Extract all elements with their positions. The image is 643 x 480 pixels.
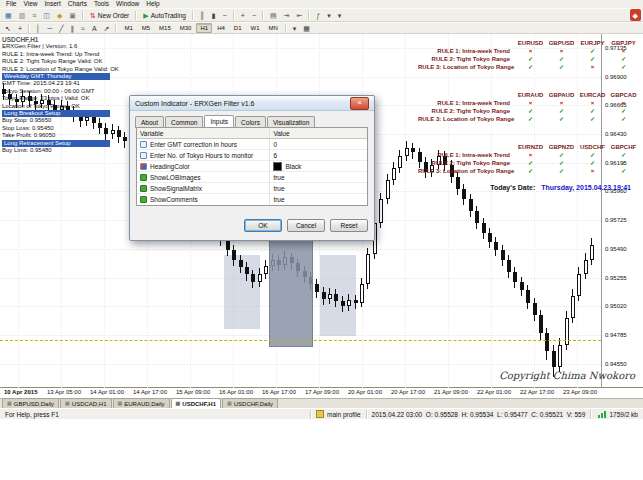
- matrix-mark: ✓: [515, 159, 546, 167]
- menu-file[interactable]: File: [3, 0, 19, 8]
- autotrading-button[interactable]: ▶AutoTrading: [140, 9, 189, 21]
- param-row[interactable]: ShowLOBImagestrue: [137, 172, 367, 183]
- param-value[interactable]: 6: [270, 150, 367, 160]
- number-param-icon: [140, 141, 147, 148]
- candlestick-chart-icon[interactable]: ▮: [209, 9, 219, 21]
- status-profile[interactable]: main profile: [311, 410, 367, 419]
- indicator-comments: USDCHF,H1ERXGen Filter | Version: 1.6RUL…: [2, 36, 119, 155]
- templates-dropdown[interactable]: ▾: [335, 9, 345, 21]
- cursor-icon[interactable]: ↖: [2, 22, 14, 34]
- chart-tab-usdchf-daily[interactable]: ▦USDCHF,Daily: [222, 398, 278, 408]
- timeframe-w1[interactable]: W1: [246, 23, 263, 33]
- support-line[interactable]: [0, 340, 601, 341]
- close-icon[interactable]: ×: [350, 97, 369, 110]
- tokyo-range-box[interactable]: [269, 232, 313, 348]
- menu-window[interactable]: Window: [113, 0, 142, 8]
- time-axis-label: 14 Apr 17:00: [133, 389, 167, 395]
- timeframe-m15[interactable]: M15: [155, 23, 175, 33]
- candle: [507, 260, 511, 272]
- param-name-text: Enter GMT correction in hours: [150, 141, 237, 148]
- arrow-icon[interactable]: ↗: [101, 22, 113, 34]
- param-row[interactable]: HeadingColorBlack: [137, 161, 367, 172]
- dialog-tab-inputs[interactable]: Inputs: [204, 115, 234, 127]
- timeframe-mn[interactable]: MN: [264, 23, 281, 33]
- auto-scroll-icon[interactable]: ⇥: [281, 9, 293, 21]
- chart-comment-line: RULE 1: Intra-week Trend: Up Trend: [2, 51, 99, 58]
- param-value[interactable]: true: [270, 172, 367, 182]
- community-icon: ◆: [633, 12, 638, 19]
- text-icon[interactable]: A: [89, 22, 100, 34]
- indicators-icon[interactable]: ƒ: [313, 9, 323, 21]
- traffic-text: 1759/2 kb: [609, 411, 638, 418]
- menu-charts[interactable]: Charts: [65, 0, 90, 8]
- matrix-mark: ×: [608, 99, 639, 107]
- zoom-out-icon[interactable]: −: [249, 9, 259, 21]
- ok-button[interactable]: OK: [244, 219, 282, 232]
- time-axis[interactable]: 10 Apr 201513 Apr 05:0014 Apr 01:0014 Ap…: [0, 388, 643, 398]
- matrix-mark: ✓: [546, 107, 577, 115]
- param-row[interactable]: Enter GMT correction in hours0: [137, 139, 367, 150]
- chart-tab-euraud-daily[interactable]: ▦EURAUD,Daily: [113, 398, 170, 408]
- param-value[interactable]: true: [270, 183, 367, 193]
- terminal-icon[interactable]: ▣: [66, 9, 79, 21]
- new-order-button[interactable]: ⇅New Order: [87, 9, 132, 21]
- cursor-icon: ↖: [5, 25, 11, 32]
- param-value-text: true: [273, 196, 284, 203]
- data-window-icon[interactable]: ◫: [40, 9, 53, 21]
- param-row[interactable]: Enter No. of Tokyo Hours to monitor6: [137, 150, 367, 161]
- period-dropdown[interactable]: ▾: [290, 22, 300, 34]
- horizontal-line-icon[interactable]: ─: [44, 22, 55, 34]
- param-row[interactable]: ShowSignalMatrixtrue: [137, 183, 367, 194]
- crosshair-icon[interactable]: +: [15, 22, 25, 34]
- bar-chart-icon[interactable]: ║: [197, 9, 208, 21]
- menu-help[interactable]: Help: [143, 0, 162, 8]
- menu-view[interactable]: View: [20, 0, 40, 8]
- timeframe-m5[interactable]: M5: [138, 23, 154, 33]
- profiles-icon[interactable]: ▥: [16, 9, 29, 21]
- candle: [226, 240, 230, 250]
- timeframe-h1[interactable]: H1: [196, 23, 212, 33]
- menu-insert[interactable]: Insert: [41, 0, 63, 8]
- community-icon[interactable]: ◆: [630, 9, 641, 21]
- navigator-icon[interactable]: ◆: [54, 9, 65, 21]
- param-value[interactable]: Black: [270, 161, 367, 171]
- timeframe-m1[interactable]: M1: [120, 23, 136, 33]
- new-chart-icon[interactable]: ▦: [2, 9, 15, 21]
- indicator-list-dropdown[interactable]: ▾: [324, 9, 334, 21]
- menu-tools[interactable]: Tools: [91, 0, 112, 8]
- horizontal-line-icon: ─: [47, 25, 52, 32]
- cancel-button[interactable]: Cancel: [287, 219, 325, 232]
- time-axis-label: 22 Apr 17:00: [520, 389, 554, 395]
- param-row[interactable]: ShowCommentstrue: [137, 194, 367, 205]
- status-connection: 1759/2 kb: [593, 410, 643, 419]
- navigator-icon: ◆: [57, 12, 62, 19]
- reset-button[interactable]: Reset: [330, 219, 368, 232]
- candle: [552, 351, 556, 367]
- matrix-mark: ×: [515, 99, 546, 107]
- chart-tab-gbpusd-daily[interactable]: ▦GBPUSD,Daily: [2, 398, 59, 408]
- matrix-mark: ✓: [577, 107, 608, 115]
- candle: [341, 301, 345, 306]
- timeframe-h4[interactable]: H4: [213, 23, 229, 33]
- param-value[interactable]: 0: [270, 139, 367, 149]
- tile-windows-icon[interactable]: ▤: [267, 9, 280, 21]
- timeframe-d1[interactable]: D1: [230, 23, 246, 33]
- bar-chart-icon: ║: [200, 12, 205, 19]
- vertical-line-icon[interactable]: │: [33, 22, 43, 34]
- chart-shift-icon[interactable]: ⇤: [293, 9, 305, 21]
- zoom-in-icon[interactable]: +: [238, 9, 248, 21]
- market-watch-icon[interactable]: ≡: [29, 9, 39, 21]
- inputs-table: VariableValueEnter GMT correction in hou…: [136, 127, 368, 206]
- template-icon[interactable]: ▦: [300, 22, 313, 34]
- chart-tab-usdcad-h1[interactable]: ▦USDCAD,H1: [60, 398, 111, 408]
- timeframe-m30[interactable]: M30: [176, 23, 196, 33]
- channel-icon[interactable]: ∥: [68, 22, 78, 34]
- matrix-currency-header: EURNZD: [515, 143, 546, 151]
- line-chart-icon[interactable]: ~: [220, 9, 230, 21]
- dialog-title-bar[interactable]: Custom Indicator - ERXGen Filter v1.6 ×: [130, 96, 374, 111]
- trendline-icon[interactable]: ╱: [56, 22, 66, 34]
- mt4-window: FileViewInsertChartsToolsWindowHelp ▦▥≡◫…: [0, 0, 643, 419]
- fibonacci-icon[interactable]: ≈: [78, 22, 88, 34]
- chart-tab-usdchf-h1[interactable]: ▦USDCHF,H1: [171, 398, 221, 408]
- param-value[interactable]: true: [270, 194, 367, 205]
